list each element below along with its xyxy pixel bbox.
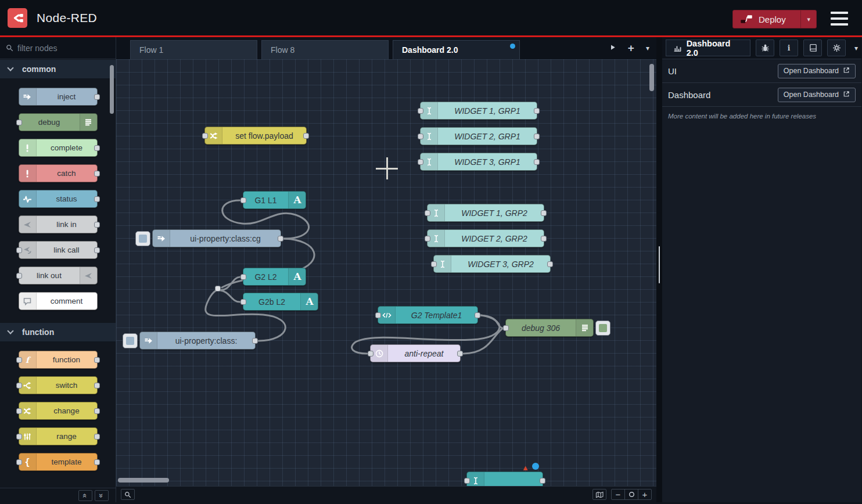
help-sidebar-button[interactable] [803,39,822,56]
input-port[interactable] [431,261,437,267]
flow-node-widget-3-grp2[interactable]: WIDGET 3, GRP2 [433,255,551,273]
main-menu-button[interactable] [829,11,849,26]
expand-all-button[interactable]: » [95,490,109,501]
flow-node-widget-3-grp1[interactable]: WIDGET 3, GRP1 [420,153,537,171]
minimap-toggle-button[interactable] [592,489,606,500]
tab-dashboard-2-0[interactable]: Dashboard 2.0 [393,40,520,59]
input-port[interactable] [418,159,423,165]
flow-node-widget-1-grp1[interactable]: WIDGET 1, GRP1 [420,102,537,120]
input-port[interactable] [202,133,208,139]
flow-node-widget-2-grp1[interactable]: WIDGET 2, GRP1 [420,127,537,145]
palette-scrollbar-thumb[interactable] [110,65,114,114]
flow-node-g2b-l2[interactable]: G2b L2A [243,293,318,311]
tab-list-caret-icon[interactable]: ▾ [646,44,649,52]
flow-node-g2-l2[interactable]: G2 L2A [243,268,306,286]
flow-node-g2-template1[interactable]: G2 Template1 [378,306,478,324]
palette-node-comment[interactable]: comment [19,292,98,310]
palette-node-function[interactable]: ffunction [19,351,98,369]
output-port[interactable] [541,210,547,216]
flow-node-ui-property-class[interactable]: ui-property:class: [139,332,256,350]
inject-button[interactable] [123,333,138,348]
flow-node-widget-2-grp2[interactable]: WIDGET 2, GRP2 [427,229,544,247]
tab-dashboard-2-0[interactable]: Dashboard 2.0 [666,39,750,56]
input-port[interactable] [375,312,381,318]
input-port[interactable] [503,325,509,331]
palette-node-debug[interactable]: debug [19,113,98,131]
flow-node-g1-l1[interactable]: G1 L1A [243,191,306,209]
output-port[interactable] [94,459,100,465]
tab-flow-8[interactable]: Flow 8 [261,40,389,59]
flow-canvas[interactable]: set flow.payloadWIDGET 1, GRP1WIDGET 2, … [116,59,656,486]
input-port[interactable] [16,459,22,465]
flow-node-set-flow-payload[interactable]: set flow.payload [204,127,307,145]
debug-sidebar-button[interactable] [756,39,774,56]
palette-section-header-function[interactable]: function [0,322,116,342]
palette-filter-input[interactable] [17,44,105,53]
input-port[interactable] [425,210,430,216]
input-port[interactable] [240,197,246,203]
zoom-out-button[interactable]: − [611,489,625,500]
palette-section-header-common[interactable]: common [0,59,116,79]
output-port[interactable] [534,134,540,139]
palette-node-change[interactable]: change [19,402,98,420]
output-port[interactable] [541,236,547,242]
input-port[interactable] [418,108,423,114]
sidebar-caret-icon[interactable]: ▾ [854,44,858,52]
input-port[interactable] [240,274,246,280]
palette-node-inject[interactable]: inject [19,88,98,106]
flow-node-clipped-node[interactable]: ▲ [466,471,543,486]
output-port[interactable] [252,338,258,344]
output-port[interactable] [457,351,463,357]
debug-toggle-button[interactable] [595,321,610,336]
output-port[interactable] [94,94,100,100]
output-port[interactable] [278,236,283,242]
open-dashboard-button[interactable]: Open Dashboard [778,64,856,78]
input-port[interactable] [418,134,423,139]
output-port[interactable] [303,133,309,139]
input-port[interactable] [16,434,22,440]
add-flow-button[interactable]: + [628,42,634,55]
input-port[interactable] [464,478,470,484]
output-port[interactable] [547,261,553,267]
palette-node-complete[interactable]: complete [19,139,98,157]
deploy-button[interactable]: Deploy ▾ [732,10,817,28]
collapse-all-button[interactable]: « [78,490,92,501]
output-port[interactable] [475,312,480,318]
input-port[interactable] [368,351,373,357]
output-port[interactable] [94,145,100,151]
wire-junction-to-g2bl2[interactable] [220,290,240,302]
search-flows-button[interactable] [121,489,135,500]
input-port[interactable] [16,383,22,388]
wire-junction[interactable] [215,286,221,291]
palette-node-range[interactable]: range [19,427,98,445]
output-port[interactable] [94,434,100,440]
output-port[interactable] [94,222,100,228]
input-port[interactable] [425,236,430,242]
output-port[interactable] [94,408,100,414]
input-port[interactable] [16,273,22,279]
canvas-vscroll-thumb[interactable] [649,64,654,91]
zoom-reset-button[interactable] [624,489,638,500]
palette-node-link-in[interactable]: link in [19,215,98,233]
flow-node-ui-property-class-cg[interactable]: ui-property:class:cg [152,229,281,247]
input-port[interactable] [16,408,22,414]
input-port[interactable] [16,357,22,363]
output-port[interactable] [534,108,540,114]
output-port[interactable] [534,159,540,165]
output-port[interactable] [540,478,545,484]
flow-node-anti-repeat[interactable]: anti-repeat [370,344,461,362]
info-sidebar-button[interactable]: i [780,39,798,56]
input-port[interactable] [240,299,246,305]
palette-node-link-call[interactable]: link call [19,241,98,259]
palette-node-status[interactable]: status [19,190,98,208]
input-port[interactable] [16,247,22,253]
output-port[interactable] [94,196,100,202]
tab-flow-1[interactable]: Flow 1 [130,40,257,59]
zoom-in-button[interactable]: + [638,489,652,500]
inject-button[interactable] [135,231,150,246]
input-port[interactable] [16,120,22,125]
palette-node-switch[interactable]: switch [19,376,98,394]
output-port[interactable] [94,247,100,253]
palette-node-catch[interactable]: catch [19,164,98,182]
flow-node-widget-1-grp2[interactable]: WIDGET 1, GRP2 [427,204,544,222]
